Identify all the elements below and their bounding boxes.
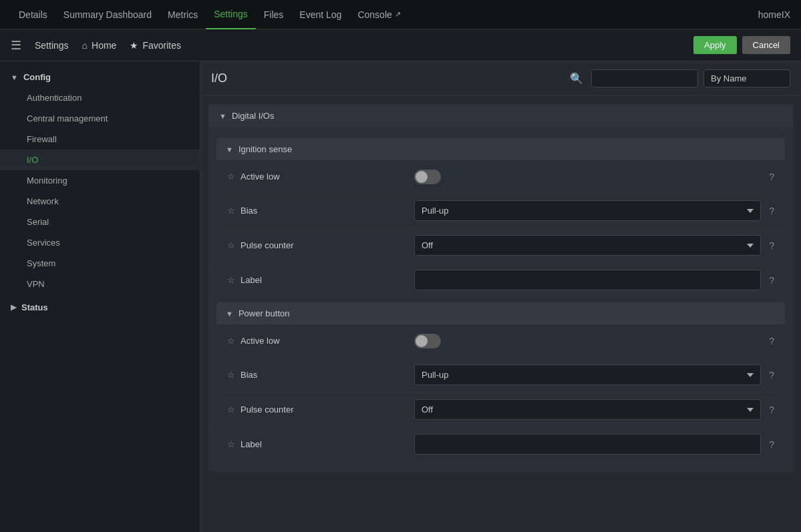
- ignition-label-control: [414, 270, 761, 290]
- power-bias-help-icon[interactable]: ?: [769, 370, 774, 380]
- power-pulse-counter-row: ☆ Pulse counter Off On ?: [216, 392, 785, 427]
- status-label: Status: [21, 302, 48, 312]
- toolbar-left: ☰ Settings ⌂ Home ★ Favorites: [11, 38, 181, 53]
- sidebar-item-vpn[interactable]: VPN: [0, 274, 200, 294]
- power-bias-select[interactable]: Pull-up Pull-down None: [414, 364, 761, 385]
- nav-files[interactable]: Files: [256, 0, 292, 29]
- ignition-label-input[interactable]: [414, 270, 761, 290]
- home-icon: ⌂: [82, 40, 88, 51]
- power-button-body: ☆ Active low ? ☆ Bias: [216, 324, 785, 461]
- ignition-bias-row: ☆ Bias Pull-up Pull-down None ?: [216, 194, 785, 228]
- nav-event-log[interactable]: Event Log: [291, 0, 349, 29]
- nav-details[interactable]: Details: [11, 0, 55, 29]
- external-link-icon: ↗: [395, 10, 401, 19]
- digital-ios-arrow-icon: ▼: [219, 112, 226, 120]
- power-active-low-text: Active low: [241, 336, 280, 346]
- apply-button[interactable]: Apply: [693, 36, 737, 54]
- power-active-low-help-icon[interactable]: ?: [769, 336, 774, 346]
- sidebar-item-central-management[interactable]: Central management: [0, 108, 200, 129]
- ignition-pulse-counter-row: ☆ Pulse counter Off On ?: [216, 228, 785, 263]
- power-pulse-control: Off On: [414, 399, 761, 420]
- power-pulse-text: Pulse counter: [241, 405, 294, 415]
- ignition-active-low-help-icon[interactable]: ?: [769, 172, 774, 182]
- nav-metrics[interactable]: Metrics: [160, 0, 206, 29]
- top-nav: Details Summary Dashboard Metrics Settin…: [0, 0, 801, 29]
- search-input[interactable]: [591, 69, 698, 87]
- power-active-low-label: ☆ Active low: [227, 336, 414, 346]
- ignition-active-low-text: Active low: [241, 172, 280, 182]
- ignition-bias-select[interactable]: Pull-up Pull-down None: [414, 200, 761, 221]
- digital-ios-header[interactable]: ▼ Digital I/Os: [208, 104, 793, 127]
- power-label-help-icon[interactable]: ?: [769, 439, 774, 450]
- sidebar-item-io[interactable]: I/O: [0, 150, 200, 170]
- ignition-pulse-counter-label: ☆ Pulse counter: [227, 240, 414, 250]
- nav-settings[interactable]: Settings: [206, 0, 256, 29]
- home-button[interactable]: ⌂ Home: [82, 40, 117, 51]
- ignition-sense-body: ☆ Active low ? ☆ Bias: [216, 160, 785, 297]
- digital-ios-section: ▼ Digital I/Os ▼ Ignition sense ☆: [208, 104, 793, 472]
- hamburger-icon[interactable]: ☰: [11, 38, 21, 53]
- nav-console[interactable]: Console ↗: [349, 0, 408, 29]
- power-label-row: ☆ Label ?: [216, 427, 785, 461]
- sidebar-item-authentication[interactable]: Authentication: [0, 87, 200, 108]
- power-button-subsection: ▼ Power button ☆ Active low: [216, 302, 785, 461]
- fav-label: Favorites: [142, 40, 181, 51]
- ignition-bias-help-icon[interactable]: ?: [769, 206, 774, 216]
- ignition-pulse-control: Off On: [414, 235, 761, 256]
- power-active-low-control: [414, 334, 761, 348]
- power-bias-star-icon[interactable]: ☆: [227, 370, 235, 380]
- toolbar-right: Apply Cancel: [693, 36, 790, 54]
- power-bias-control: Pull-up Pull-down None: [414, 364, 761, 385]
- ignition-sense-header[interactable]: ▼ Ignition sense: [216, 138, 785, 160]
- ignition-active-low-label: ☆ Active low: [227, 172, 414, 182]
- main-layout: ▼ Config Authentication Central manageme…: [0, 61, 801, 532]
- status-arrow-icon: ▶: [11, 303, 16, 312]
- sidebar-item-monitoring[interactable]: Monitoring: [0, 170, 200, 191]
- config-section-header[interactable]: ▼ Config: [0, 67, 200, 87]
- power-bias-text: Bias: [241, 370, 257, 380]
- sidebar-item-firewall[interactable]: Firewall: [0, 129, 200, 150]
- ignition-pulse-star-icon[interactable]: ☆: [227, 240, 235, 250]
- power-label-star-icon[interactable]: ☆: [227, 439, 235, 449]
- power-active-low-star-icon[interactable]: ☆: [227, 336, 235, 346]
- ignition-sense-arrow-icon: ▼: [226, 146, 233, 154]
- power-label-label: ☆ Label: [227, 439, 414, 449]
- ignition-label-help-icon[interactable]: ?: [769, 275, 774, 286]
- power-pulse-star-icon[interactable]: ☆: [227, 405, 235, 415]
- power-button-label: Power button: [238, 308, 290, 318]
- content-header: I/O 🔍 By Name By Type: [200, 61, 801, 96]
- sidebar-item-serial[interactable]: Serial: [0, 212, 200, 232]
- ignition-sense-label: Ignition sense: [238, 144, 292, 154]
- sidebar-item-network[interactable]: Network: [0, 191, 200, 212]
- ignition-label-row: ☆ Label ?: [216, 263, 785, 297]
- ignition-bias-text: Bias: [241, 206, 257, 216]
- search-button[interactable]: 🔍: [567, 69, 586, 87]
- ignition-pulse-select[interactable]: Off On: [414, 235, 761, 256]
- favorites-button[interactable]: ★ Favorites: [130, 40, 181, 51]
- power-label-input[interactable]: [414, 434, 761, 455]
- power-pulse-help-icon[interactable]: ?: [769, 405, 774, 415]
- ignition-label-star-icon[interactable]: ☆: [227, 275, 235, 285]
- sort-select[interactable]: By Name By Type: [703, 69, 790, 87]
- power-active-low-toggle[interactable]: [414, 334, 441, 348]
- power-button-arrow-icon: ▼: [226, 310, 233, 318]
- page-title: I/O: [211, 71, 227, 85]
- nav-summary-dashboard[interactable]: Summary Dashboard: [55, 0, 160, 29]
- hostname: homeIX: [758, 9, 790, 20]
- sidebar-item-system[interactable]: System: [0, 253, 200, 274]
- cancel-button[interactable]: Cancel: [742, 36, 790, 54]
- toolbar: ☰ Settings ⌂ Home ★ Favorites Apply Canc…: [0, 29, 801, 61]
- digital-ios-label: Digital I/Os: [232, 111, 275, 121]
- toolbar-settings-label[interactable]: Settings: [35, 40, 69, 51]
- power-pulse-select[interactable]: Off On: [414, 399, 761, 420]
- ignition-bias-star-icon[interactable]: ☆: [227, 206, 235, 216]
- sidebar-item-services[interactable]: Services: [0, 232, 200, 253]
- ignition-active-low-star-icon[interactable]: ☆: [227, 172, 235, 182]
- config-section: ▼ Config Authentication Central manageme…: [0, 67, 200, 294]
- power-bias-label: ☆ Bias: [227, 370, 414, 380]
- status-section: ▶ Status: [0, 297, 200, 318]
- status-section-header[interactable]: ▶ Status: [0, 297, 200, 318]
- power-button-header[interactable]: ▼ Power button: [216, 302, 785, 324]
- ignition-active-low-toggle[interactable]: [414, 170, 441, 184]
- ignition-pulse-help-icon[interactable]: ?: [769, 240, 774, 251]
